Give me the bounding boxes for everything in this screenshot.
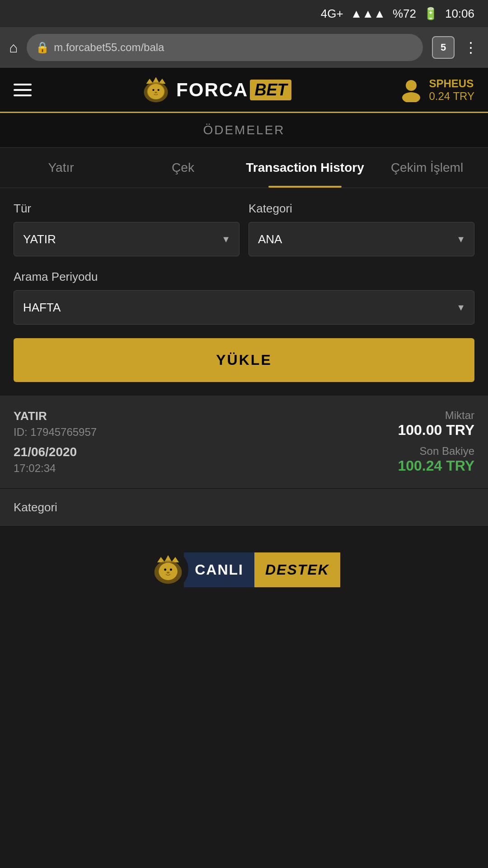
tabs-button[interactable]: 5: [432, 36, 455, 59]
svg-point-7: [406, 80, 417, 91]
tur-select-wrapper: YATIR ÇEK: [14, 222, 239, 256]
svg-point-8: [402, 92, 420, 102]
svg-point-6: [155, 91, 157, 93]
transaction-right-bottom: Son Bakiye 100.24 TRY: [398, 445, 474, 474]
amount-label: Miktar: [398, 409, 474, 422]
period-label: Arama Periyodu: [14, 270, 474, 284]
payments-title: ÖDEMELER: [203, 123, 285, 137]
kategori-select[interactable]: ANA DİĞER: [249, 222, 474, 256]
period-select-wrapper: HAFTA AY GÜN: [14, 290, 474, 325]
svg-point-12: [164, 569, 166, 571]
transaction-kategori: Kategori: [0, 489, 488, 527]
transaction-type: YATIR: [14, 409, 97, 423]
transaction-amount: 100.00 TRY: [398, 422, 474, 439]
transaction-balance: 100.24 TRY: [398, 458, 474, 474]
yukle-button[interactable]: YÜKLE: [14, 338, 474, 382]
signal-indicator: ▲▲▲: [351, 7, 385, 21]
time-display: 10:06: [445, 7, 474, 21]
menu-button[interactable]: [14, 84, 32, 96]
kategori-label: Kategori: [249, 202, 474, 216]
svg-point-4: [152, 89, 154, 90]
filter-row-top: Tür YATIR ÇEK Kategori ANA DİĞER: [14, 202, 474, 256]
support-text: CANLI DESTEK: [184, 552, 340, 587]
url-bar[interactable]: 🔒 m.forcabet55.com/bala: [27, 34, 423, 61]
tur-filter-group: Tür YATIR ÇEK: [14, 202, 239, 256]
transaction-date: 21/06/2020: [14, 445, 77, 459]
destek-text: DESTEK: [254, 552, 340, 587]
transaction-time: 17:02:34: [14, 462, 77, 475]
tur-select[interactable]: YATIR ÇEK: [14, 222, 239, 256]
battery-indicator: %72: [393, 7, 416, 21]
transaction-id: ID: 17945765957: [14, 426, 97, 439]
tab-transaction-history[interactable]: Transaction History: [244, 148, 366, 188]
transaction-item: YATIR ID: 17945765957 Miktar 100.00 TRY …: [0, 396, 488, 489]
status-bar: 4G+ ▲▲▲ %72 🔋 10:06: [0, 0, 488, 27]
battery-icon: 🔋: [423, 7, 438, 21]
lion-logo-icon: [140, 74, 172, 106]
logo-text: FORCA BET: [176, 79, 291, 101]
url-text: m.forcabet55.com/bala: [54, 41, 164, 54]
period-filter-group: Arama Periyodu HAFTA AY GÜN: [14, 270, 474, 325]
svg-point-11: [159, 563, 178, 580]
lock-icon: 🔒: [36, 41, 49, 54]
tab-cekim-islemleri[interactable]: Çekim İşleml: [366, 148, 488, 188]
browser-bar: ⌂ 🔒 m.forcabet55.com/bala 5 ⋮: [0, 27, 488, 68]
logo: FORCA BET: [140, 74, 291, 106]
transaction-right-top: Miktar 100.00 TRY: [398, 409, 474, 439]
balance-label: Son Bakiye: [398, 445, 474, 458]
transaction-left-bottom: 21/06/2020 17:02:34: [14, 445, 77, 475]
username: SPHEUS: [429, 77, 474, 90]
filter-section: Tür YATIR ÇEK Kategori ANA DİĞER Arama P…: [0, 188, 488, 396]
period-select[interactable]: HAFTA AY GÜN: [14, 290, 474, 325]
transaction-left-top: YATIR ID: 17945765957: [14, 409, 97, 439]
kategori-select-wrapper: ANA DİĞER: [249, 222, 474, 256]
svg-point-5: [158, 89, 160, 90]
live-support-banner[interactable]: CANLI DESTEK: [0, 536, 488, 604]
svg-point-13: [170, 569, 172, 571]
network-indicator: 4G+: [321, 7, 343, 21]
browser-menu-button[interactable]: ⋮: [464, 39, 479, 56]
user-area[interactable]: SPHEUS 0.24 TRY: [400, 77, 474, 103]
payments-header: ÖDEMELER: [0, 113, 488, 148]
kategori-filter-group: Kategori ANA DİĞER: [249, 202, 474, 256]
tab-yatir[interactable]: Yatır: [0, 148, 122, 188]
svg-point-14: [167, 571, 169, 573]
logo-forca: FORCA: [176, 79, 248, 101]
home-button[interactable]: ⌂: [9, 39, 18, 56]
support-lion-icon: [148, 549, 188, 590]
canli-text: CANLI: [184, 552, 254, 587]
svg-point-3: [148, 84, 164, 99]
user-balance: 0.24 TRY: [429, 90, 474, 103]
tur-label: Tür: [14, 202, 239, 216]
logo-bet: BET: [250, 80, 291, 100]
live-support-inner: CANLI DESTEK: [148, 549, 340, 590]
transaction-bottom: 21/06/2020 17:02:34 Son Bakiye 100.24 TR…: [14, 445, 474, 475]
tabs-container: Yatır Çek Transaction History Çekim İşle…: [0, 148, 488, 188]
site-header: FORCA BET SPHEUS 0.24 TRY: [0, 68, 488, 113]
transaction-top: YATIR ID: 17945765957 Miktar 100.00 TRY: [14, 409, 474, 439]
tab-cek[interactable]: Çek: [122, 148, 244, 188]
user-avatar-icon: [400, 77, 422, 102]
user-info: SPHEUS 0.24 TRY: [429, 77, 474, 103]
